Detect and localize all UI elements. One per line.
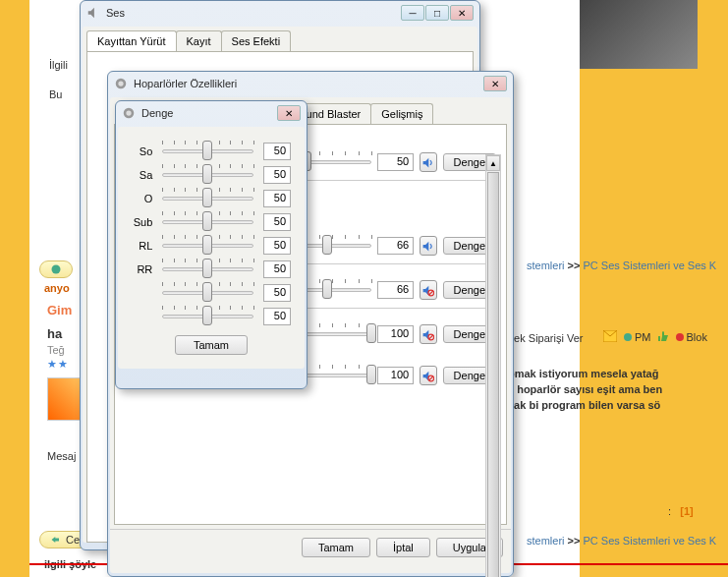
text-anyo: anyo: [44, 282, 70, 294]
minimize-button[interactable]: ─: [401, 5, 424, 21]
balance-value[interactable]: 50: [263, 237, 291, 255]
ok-button[interactable]: Tamam: [175, 335, 248, 355]
balance-slider[interactable]: [162, 260, 252, 278]
text-te: Teğ: [47, 344, 65, 356]
slider-thumb[interactable]: [366, 365, 376, 384]
titlebar[interactable]: Ses ─ □ ✕: [81, 1, 479, 25]
tab-advanced[interactable]: Gelişmiş: [370, 103, 433, 124]
slider-thumb[interactable]: [202, 259, 212, 278]
balance-value[interactable]: 50: [263, 213, 291, 231]
balance-channel-label: So: [132, 145, 152, 157]
titlebar[interactable]: Hoparlörler Özellikleri ✕: [108, 72, 513, 95]
decorative-image: [580, 0, 698, 69]
balance-value[interactable]: 50: [263, 308, 291, 325]
slider-thumb[interactable]: [202, 282, 212, 302]
slider-thumb[interactable]: [322, 279, 332, 299]
balance-value[interactable]: 50: [263, 166, 291, 184]
balance-channel-label: Sub: [132, 216, 152, 228]
balance-value[interactable]: 50: [263, 143, 291, 160]
balance-channel-label: O: [132, 193, 152, 204]
slider-thumb[interactable]: [202, 211, 212, 231]
post-line-2: e hoparlör sayısı eşit ama ben: [508, 383, 662, 395]
balance-channel-row: RL50: [132, 237, 291, 255]
slider-thumb[interactable]: [322, 235, 332, 255]
close-button[interactable]: ✕: [277, 105, 301, 121]
post-line-3: cak bi program bilen varsa sö: [508, 399, 660, 411]
breadcrumb-a-2[interactable]: stemleri: [527, 535, 565, 547]
balance-slider[interactable]: [162, 190, 252, 207]
tab-record[interactable]: Kayıt: [176, 30, 222, 51]
svg-line-9: [429, 334, 433, 338]
balance-value[interactable]: 50: [263, 260, 291, 278]
level-value[interactable]: 50: [377, 153, 415, 171]
balance-channel-label: RL: [132, 240, 152, 252]
pm-link[interactable]: PM: [623, 331, 651, 343]
level-value[interactable]: 66: [377, 281, 415, 299]
tabs: Kayıttan Yürüt Kayıt Ses Efekti: [83, 27, 477, 51]
balance-slider[interactable]: [162, 284, 252, 302]
balance-channel-row: 50: [132, 308, 291, 325]
text-mesaj: Mesaj: [47, 450, 76, 462]
slider-thumb[interactable]: [202, 188, 212, 207]
level-value[interactable]: 66: [377, 237, 415, 255]
tab-effects[interactable]: Ses Efekti: [221, 30, 292, 51]
balance-slider[interactable]: [162, 308, 252, 325]
slider-thumb[interactable]: [202, 235, 212, 255]
slider-thumb[interactable]: [202, 141, 212, 160]
scroll-up-button[interactable]: ▲: [486, 155, 500, 171]
breadcrumb-b-2[interactable]: PC Ses Sistemleri ve Ses K: [584, 535, 717, 547]
balance-slider[interactable]: [162, 213, 252, 231]
scrollbar[interactable]: ▲ ▼: [485, 154, 501, 577]
tab-playback[interactable]: Kayıttan Yürüt: [86, 30, 177, 51]
close-button[interactable]: ✕: [450, 5, 474, 21]
breadcrumb-b[interactable]: PC Ses Sistemleri ve Ses K: [584, 260, 717, 271]
balance-body: So50Sa50O50Sub50RL50RR505050 Tamam: [118, 127, 305, 369]
slider-thumb[interactable]: [366, 323, 376, 343]
speaker-icon: [122, 106, 136, 120]
mute-icon[interactable]: [420, 324, 436, 344]
titlebar[interactable]: Denge ✕: [116, 101, 307, 125]
scroll-thumb[interactable]: [487, 172, 499, 577]
dialog-buttons: Tamam İptal Uygula: [110, 529, 511, 565]
balance-slider[interactable]: [162, 237, 252, 255]
level-value[interactable]: 100: [377, 325, 415, 343]
svg-point-3: [676, 333, 684, 341]
slider-thumb[interactable]: [202, 306, 212, 325]
text-ilgili: İlgili: [49, 59, 68, 71]
balance-value[interactable]: 50: [263, 284, 291, 302]
ok-button[interactable]: Tamam: [302, 538, 370, 557]
level-value[interactable]: 100: [377, 367, 415, 384]
block-link[interactable]: Blok: [675, 331, 707, 343]
speaker-active-icon[interactable]: [420, 236, 436, 256]
breadcrumb-a[interactable]: stemleri: [527, 260, 565, 271]
thumb-icon[interactable]: [657, 330, 669, 344]
balance-slider[interactable]: [162, 166, 252, 184]
svg-point-2: [624, 333, 632, 341]
close-button[interactable]: ✕: [483, 76, 507, 91]
stars: ★★: [47, 358, 69, 371]
balance-channel-row: RR50: [132, 260, 291, 278]
balance-channel-row: So50: [132, 143, 291, 160]
page-colon: : [1]: [668, 505, 694, 517]
speaker-icon: [86, 6, 100, 20]
balance-value[interactable]: 50: [263, 190, 291, 207]
svg-line-7: [429, 290, 433, 294]
post-line-1: pmak istiyorum mesela yatağ: [508, 368, 658, 379]
balance-channel-row: O50: [132, 190, 291, 207]
balance-window: Denge ✕ So50Sa50O50Sub50RL50RR505050 Tam…: [115, 100, 308, 389]
mute-icon[interactable]: [420, 280, 436, 300]
text-gim: Gim: [47, 303, 72, 317]
speaker-icon: [114, 77, 128, 90]
mail-icon[interactable]: [603, 330, 617, 344]
cancel-button[interactable]: İptal: [376, 538, 430, 557]
window-title: Hoparlörler Özellikleri: [134, 78, 483, 89]
balance-slider[interactable]: [162, 143, 252, 160]
svg-line-11: [429, 375, 433, 379]
slider-thumb[interactable]: [202, 164, 212, 184]
speaker-active-icon[interactable]: [420, 152, 436, 172]
svg-point-13: [126, 110, 131, 115]
mute-icon[interactable]: [420, 366, 436, 385]
maximize-button[interactable]: □: [425, 5, 449, 21]
text-siparis: nek Siparişi Ver: [508, 332, 583, 344]
pill-button[interactable]: [39, 260, 73, 278]
